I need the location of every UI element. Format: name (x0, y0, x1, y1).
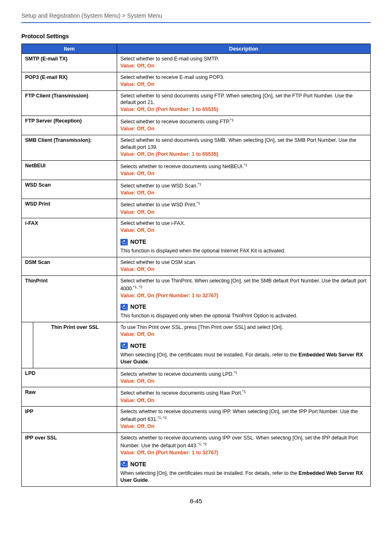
header-description: Description (117, 44, 371, 54)
protocol-settings-table: Item Description SMTP (E-mail TX) Select… (21, 44, 371, 487)
desc-text: Select whether to receive E-mail using P… (120, 74, 224, 80)
note-text: This function is displayed when the opti… (120, 247, 367, 254)
value-text: : Off, On (Port Number: 1 to 65535) (134, 106, 219, 112)
item-ipp-ssl: IPP over SSL (22, 433, 117, 486)
table-header-row: Item Description (22, 44, 371, 54)
desc-dsm: Select whether to use DSM scan. Value: O… (117, 257, 371, 275)
desc-text: Select whether to use DSM scan. (120, 259, 196, 265)
note-label: NOTE (130, 460, 146, 468)
value-text: : Off, On (134, 227, 154, 233)
desc-text: Select whether to use i-FAX. (120, 220, 185, 226)
item-thinprint-ssl: Thin Print over SSL (33, 322, 117, 368)
page-number: 8-45 (21, 497, 371, 504)
desc-text: Selects whether to receive documents usi… (120, 371, 234, 377)
desc-ftp-server: Select whether to receive documents usin… (117, 116, 371, 135)
note-icon (120, 304, 128, 310)
desc-thinprint-ssl: To use Thin Print over SSL, press [Thin … (117, 322, 371, 368)
value-text: : Off, On (134, 378, 154, 384)
desc-text: Select whether to use ThinPrint. When se… (120, 278, 367, 291)
value-text: : Off, On (134, 171, 154, 176)
row-ipp: IPP Selects whether to receive documents… (22, 407, 371, 433)
note-icon (120, 461, 128, 467)
value-text: : Off, On (Port Number: 1 to 32767) (134, 293, 219, 298)
sup: *1 (197, 201, 201, 205)
note-badge: NOTE (120, 460, 146, 468)
desc-wsd-scan: Select whether to use WSD Scan.*1 Value:… (117, 180, 371, 199)
row-ftp-server: FTP Server (Reception) Select whether to… (22, 116, 371, 135)
note-pre: When selecting [On], the certificates mu… (120, 352, 299, 358)
desc-text: To use Thin Print over SSL, press [Thin … (120, 324, 283, 330)
value-text: : Off, On (Port Number: 1 to 65535) (134, 151, 219, 157)
value-text: : Off, On (134, 331, 154, 337)
desc-text: Select whether to receive documents usin… (120, 119, 230, 125)
indent-cell (22, 322, 33, 368)
row-lpd: LPD Selects whether to receive documents… (22, 368, 371, 387)
value-label: Value (120, 293, 134, 298)
row-ftp-client: FTP Client (Transmission) Select whether… (22, 90, 371, 116)
note-badge: NOTE (120, 238, 146, 246)
item-lpd: LPD (22, 368, 117, 387)
value-label: Value (120, 151, 134, 157)
row-netbeui: NetBEUI Selects whether to receive docum… (22, 160, 371, 180)
note-pre: When selecting [On], the certificates mu… (120, 470, 299, 476)
item-wsd-print: WSD Print (22, 199, 117, 218)
note-icon (120, 342, 128, 349)
desc-netbeui: Selects whether to receive documents usi… (117, 160, 371, 180)
value-text: : Off, On (134, 81, 154, 87)
desc-text: Select whether to send E-mail using SMTP… (120, 56, 219, 62)
row-ifax: i-FAX Select whether to use i-FAX. Value… (22, 218, 371, 257)
value-label: Value (120, 171, 134, 176)
desc-wsd-print: Select whether to use WSD Print.*1 Value… (117, 199, 371, 218)
desc-text: Selects whether to receive documents usi… (120, 409, 358, 422)
desc-text: Select whether to send documents using F… (120, 93, 353, 106)
value-text: : Off, On (134, 423, 154, 429)
value-label: Value (120, 266, 134, 272)
value-text: : Off, On (134, 190, 154, 196)
note-label: NOTE (130, 238, 146, 246)
note-text: When selecting [On], the certificates mu… (120, 352, 367, 365)
value-label: Value (120, 190, 134, 196)
value-text: : Off, On (134, 398, 154, 403)
item-ftp-client: FTP Client (Transmission) (22, 90, 117, 116)
value-text: : Off, On (134, 266, 154, 272)
sup: *1 (230, 118, 234, 122)
item-smb-client: SMB Client (Transmission): (22, 135, 117, 161)
row-raw: Raw Select whether to receive documents … (22, 387, 371, 407)
sup: *1, *2 (157, 416, 166, 420)
item-smtp: SMTP (E-mail TX) (22, 54, 117, 72)
desc-smb-client: Select whether to send documents using S… (117, 135, 371, 161)
row-thinprint: ThinPrint Select whether to use ThinPrin… (22, 275, 371, 322)
value-text: : Off, On (Port Number: 1 to 32767) (134, 450, 219, 456)
desc-text: Select whether to use WSD Print. (120, 202, 197, 208)
sup: *1 (244, 163, 247, 167)
value-label: Value (120, 126, 134, 132)
desc-lpd: Selects whether to receive documents usi… (117, 368, 371, 387)
value-label: Value (120, 81, 134, 87)
item-netbeui: NetBEUI (22, 160, 117, 180)
value-label: Value (120, 331, 134, 337)
sup: *1 (234, 370, 238, 375)
sup: *1, *2 (133, 285, 142, 289)
desc-pop3: Select whether to receive E-mail using P… (117, 72, 371, 90)
value-text: : Off, On (134, 209, 154, 215)
value-label: Value (120, 63, 134, 69)
value-label: Value (120, 398, 134, 403)
sup: *1, *2 (198, 442, 207, 446)
desc-raw: Select whether to receive documents usin… (117, 387, 371, 407)
desc-text: Select whether to use WSD Scan. (120, 183, 198, 189)
desc-ftp-client: Select whether to send documents using F… (117, 90, 371, 116)
value-label: Value (120, 209, 134, 215)
item-thinprint: ThinPrint (22, 275, 117, 322)
desc-ipp-ssl: Selects whether to receive documents usi… (117, 433, 371, 486)
value-label: Value (120, 423, 134, 429)
note-label: NOTE (130, 303, 146, 311)
note-badge: NOTE (120, 342, 146, 350)
desc-text: Select whether to send documents using S… (120, 137, 356, 150)
row-wsd-scan: WSD Scan Select whether to use WSD Scan.… (22, 180, 371, 199)
item-pop3: POP3 (E-mail RX) (22, 72, 117, 90)
desc-ifax: Select whether to use i-FAX. Value: Off,… (117, 218, 371, 257)
value-text: : Off, On (134, 126, 154, 132)
header-item: Item (22, 44, 117, 54)
sup: *1 (198, 182, 201, 186)
note-label: NOTE (130, 342, 146, 350)
